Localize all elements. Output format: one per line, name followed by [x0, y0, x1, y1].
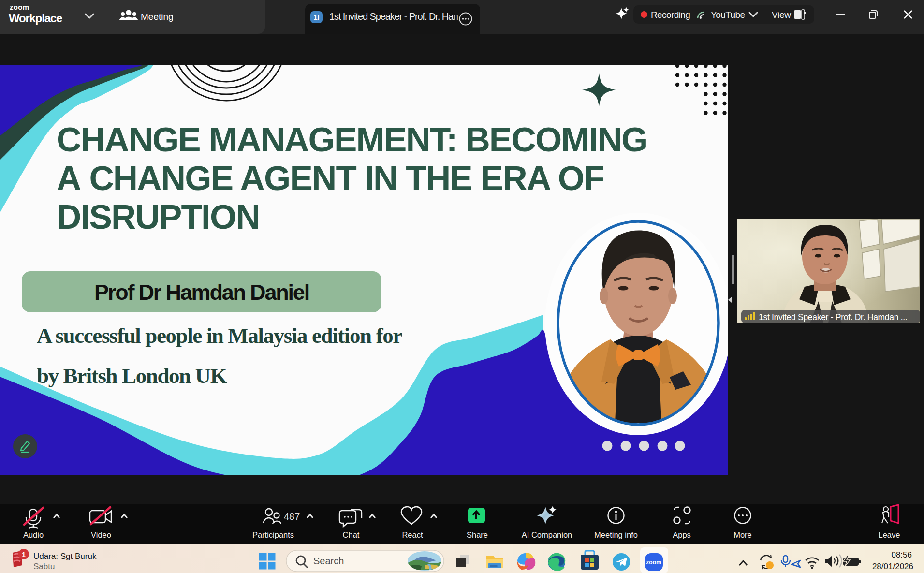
- svg-text:1: 1: [22, 550, 26, 558]
- svg-text:Udara: Sgt Buruk: Udara: Sgt Buruk: [33, 552, 97, 561]
- svg-text:08:56: 08:56: [891, 550, 912, 559]
- svg-text:Sabtu: Sabtu: [33, 562, 55, 571]
- svg-text:28/01/2026: 28/01/2026: [872, 562, 913, 571]
- svg-text:487: 487: [284, 511, 300, 522]
- svg-text:YouTube: YouTube: [711, 10, 745, 20]
- svg-text:Recording: Recording: [651, 10, 690, 20]
- svg-text:1st Invited Speaker - Prof. Dr: 1st Invited Speaker - Prof. Dr. Hamdan .…: [759, 312, 907, 322]
- svg-text:Meeting: Meeting: [141, 12, 174, 22]
- svg-text:Workplace: Workplace: [9, 12, 62, 25]
- svg-text:zoom: zoom: [10, 3, 29, 11]
- svg-text:Search: Search: [313, 556, 344, 566]
- svg-text:zoom: zoom: [646, 559, 661, 566]
- svg-text:View: View: [772, 10, 791, 20]
